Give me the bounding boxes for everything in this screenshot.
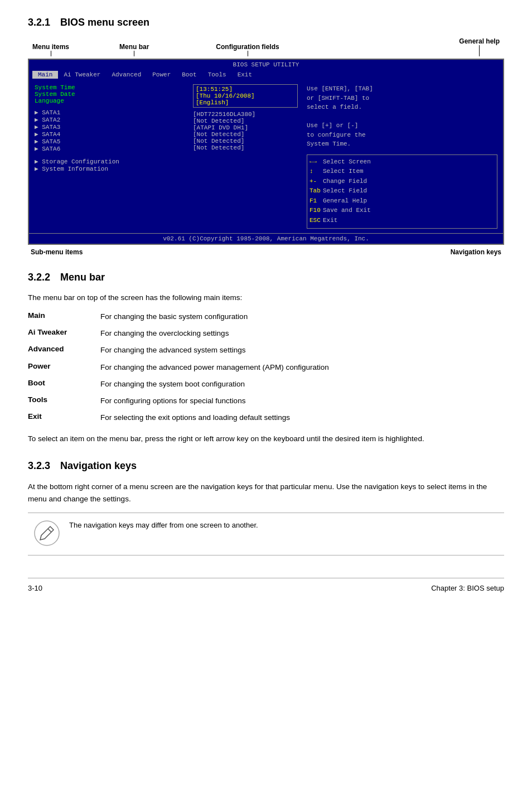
section-321: 3.2.1 BIOS menu screen Menu items Menu b… [28, 17, 504, 256]
bios-help-1: Use [ENTER], [TAB] [307, 84, 497, 94]
section-title-321: BIOS menu screen [60, 17, 149, 28]
bios-sata-values: [HDT722516DLA380] [Not Detected] [ATAPI … [193, 111, 298, 151]
bios-sata2: SATA2 [35, 116, 184, 123]
bios-menu-tools[interactable]: Tools [202, 71, 232, 79]
svg-line-1 [48, 529, 51, 532]
bios-system-info-menu: System Information [35, 165, 184, 172]
bios-lang-val: [English] [196, 99, 295, 106]
menu-key-exit: Exit [28, 412, 100, 421]
bios-menu-advanced[interactable]: Advanced [106, 71, 147, 79]
bios-navkey-field-change: +- Change Field [309, 177, 495, 187]
bios-menu-main[interactable]: Main [32, 71, 58, 79]
menu-bar-para: To select an item on the menu bar, press… [28, 433, 504, 445]
bios-footer: v02.61 (C)Copyright 1985-2008, American … [29, 233, 503, 244]
label-general-help: General help [459, 37, 500, 56]
section-number-321: 3.2.1 [28, 17, 50, 28]
bios-sata5-val: [Not Detected] [193, 138, 298, 144]
menu-val-ai-tweaker: For changing the overclocking settings [100, 328, 504, 339]
bios-help-3: select a field. [307, 103, 497, 112]
bios-sata3: SATA3 [35, 123, 184, 131]
bios-left-panel: System Time System Date Language SATA1 S… [31, 82, 187, 231]
bios-navkey-f10: F10 Save and Exit [309, 206, 495, 216]
bios-help-6: System Time. [307, 139, 497, 149]
section-323: 3.2.3 Navigation keys At the bottom righ… [28, 460, 504, 555]
bios-diagram: Menu items Menu bar Configuration fields… [28, 37, 504, 256]
menu-key-ai-tweaker: Ai Tweaker [28, 328, 100, 336]
label-nav-keys: Navigation keys [451, 248, 501, 256]
menu-item-advanced: Advanced For changing the advanced syste… [28, 345, 504, 356]
bios-navkey-esc: ESC Exit [309, 216, 495, 226]
bios-config-time: [13:51:25] [Thu 10/16/2008] [English] [193, 84, 298, 108]
bios-menu-bar: Main Ai Tweaker Advanced Power Boot Tool… [29, 70, 503, 80]
navkey-select-field: Select Field [323, 186, 367, 196]
label-sub-menu: Sub-menu items [31, 248, 83, 256]
bios-menu-boot[interactable]: Boot [176, 71, 202, 79]
menu-item-tools: Tools For configuring options for specia… [28, 395, 504, 407]
navkey-plus-minus: +- [309, 177, 321, 187]
bios-screen: BIOS SETUP UTILITY Main Ai Tweaker Advan… [28, 59, 504, 245]
menu-key-tools: Tools [28, 395, 100, 404]
bios-system-date-label: System Date [35, 91, 184, 98]
menu-val-boot: For changing the system boot configurati… [100, 379, 504, 390]
bios-navkey-item: ↕ Select Item [309, 167, 495, 177]
diagram-top-labels: Menu items Menu bar Configuration fields… [28, 37, 504, 56]
bios-storage-config: Storage Configuration [35, 158, 184, 165]
menu-key-boot: Boot [28, 379, 100, 387]
bios-sata5: SATA5 [35, 138, 184, 145]
navkey-arrows-lr: ←→ [309, 157, 321, 167]
navkey-select-item: Select Item [323, 167, 364, 177]
menu-item-exit: Exit For selecting the exit options and … [28, 412, 504, 423]
bios-navkey-tab: Tab Select Field [309, 186, 495, 196]
menu-val-power: For changing the advanced power manageme… [100, 362, 504, 373]
navkey-change-field: Change Field [323, 177, 367, 187]
bios-title-bar: BIOS SETUP UTILITY [29, 60, 503, 70]
diagram-bottom-labels: Sub-menu items Navigation keys [28, 245, 504, 256]
label-menu-items: Menu items [32, 43, 69, 56]
bios-menu-power[interactable]: Power [147, 71, 176, 79]
section-322: 3.2.2 Menu bar The menu bar on top of th… [28, 272, 504, 445]
section-number-323: 3.2.3 [28, 460, 50, 472]
svg-point-0 [35, 521, 59, 545]
navkey-tab: Tab [309, 186, 321, 196]
bios-sata6: SATA6 [35, 145, 184, 152]
footer-right: Chapter 3: BIOS setup [431, 584, 504, 592]
note-box: The navigation keys may differ from one … [28, 513, 504, 555]
bios-sata4: SATA4 [35, 131, 184, 138]
menu-item-boot: Boot For changing the system boot config… [28, 379, 504, 390]
bios-sata4-val: [Not Detected] [193, 131, 298, 138]
page-footer: 3-10 Chapter 3: BIOS setup [28, 578, 504, 592]
bios-menu-exit[interactable]: Exit [232, 71, 258, 79]
bios-system-time-label: System Time [35, 84, 184, 91]
menu-bar-intro: The menu bar on top of the screen has th… [28, 292, 504, 303]
menu-key-main: Main [28, 311, 100, 320]
bios-menu-ai-tweaker[interactable]: Ai Tweaker [58, 71, 106, 79]
navkey-select-screen: Select Screen [323, 157, 371, 167]
menu-item-ai-tweaker: Ai Tweaker For changing the overclocking… [28, 328, 504, 339]
menu-val-main: For changing the basic system configurat… [100, 311, 504, 322]
menu-item-main: Main For changing the basic system confi… [28, 311, 504, 322]
menu-key-advanced: Advanced [28, 345, 100, 353]
section-number-322: 3.2.2 [28, 272, 50, 283]
navkey-general-help: General Help [323, 196, 367, 206]
bios-sata2-val: [Not Detected] [193, 118, 298, 124]
bios-middle-panel: [13:51:25] [Thu 10/16/2008] [English] [H… [190, 82, 301, 231]
section-title-322: Menu bar [60, 272, 105, 283]
navkey-exit: Exit [323, 216, 337, 226]
navkey-arrows-ud: ↕ [309, 167, 321, 177]
navkey-esc: ESC [309, 216, 321, 226]
footer-left: 3-10 [28, 584, 42, 592]
bios-sata1: SATA1 [35, 109, 184, 116]
menu-val-tools: For configuring options for special func… [100, 395, 504, 407]
navkey-save-exit: Save and Exit [323, 206, 371, 216]
pencil-icon [33, 520, 60, 547]
bios-sata6-val: [Not Detected] [193, 144, 298, 151]
bios-sub-menus: Storage Configuration System Information [35, 158, 184, 172]
bios-help-5: to configure the [307, 131, 497, 140]
bios-help-4: Use [+] or [-] [307, 121, 497, 131]
menu-val-advanced: For changing the advanced system setting… [100, 345, 504, 356]
navkey-f1: F1 [309, 196, 321, 206]
label-config-fields: Configuration fields [216, 43, 279, 56]
navkey-f10: F10 [309, 206, 321, 216]
note-icon [33, 520, 61, 548]
bios-content-area: System Time System Date Language SATA1 S… [29, 80, 503, 233]
